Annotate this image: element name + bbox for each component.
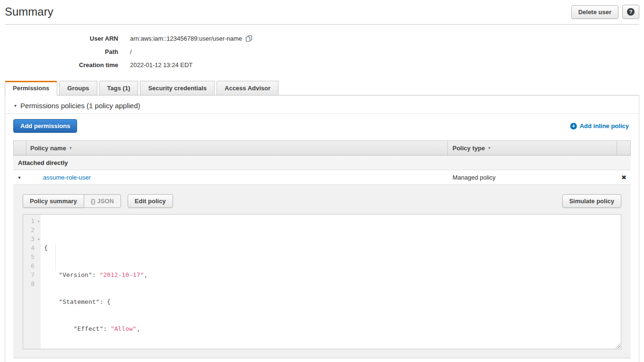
page-title: Summary bbox=[5, 5, 53, 18]
add-inline-policy-link[interactable]: + Add inline policy bbox=[570, 122, 631, 129]
tab-security-credentials[interactable]: Security credentials bbox=[140, 81, 215, 95]
policy-name-column-header[interactable]: Policy name ▾ bbox=[26, 141, 447, 155]
line-number: 2 bbox=[31, 226, 35, 233]
field-label: User ARN bbox=[0, 35, 118, 42]
policy-detail-panel: Policy summary {} JSON Edit policy Simul… bbox=[13, 185, 631, 358]
user-arn-value: arn:aws:iam::123456789:user/user-name bbox=[130, 35, 242, 42]
permissions-panel: ▾ Permissions policies (1 policy applied… bbox=[5, 95, 639, 362]
fold-caret-icon[interactable]: ▾ bbox=[37, 217, 40, 226]
tab-groups[interactable]: Groups bbox=[59, 81, 97, 95]
field-path: Path / bbox=[0, 48, 644, 55]
simulate-policy-button[interactable]: Simulate policy bbox=[562, 194, 621, 208]
header-caret-cell bbox=[14, 141, 26, 155]
policy-table: Policy name ▾ Policy type ▾ Attached dir… bbox=[13, 140, 631, 358]
line-number: 4 bbox=[31, 244, 35, 251]
json-button[interactable]: {} JSON bbox=[84, 194, 121, 208]
field-label: Creation time bbox=[0, 61, 118, 69]
expand-caret-icon: ▾ bbox=[18, 175, 20, 180]
field-value: arn:aws:iam::123456789:user/user-name bbox=[130, 35, 252, 42]
fold-caret-icon[interactable]: ▾ bbox=[37, 235, 40, 244]
sort-caret-icon: ▾ bbox=[488, 146, 491, 150]
header-actions-cell bbox=[617, 141, 630, 155]
section-title: Permissions policies (1 policy applied) bbox=[20, 102, 140, 110]
permissions-toolbar: Add permissions + Add inline policy bbox=[13, 119, 631, 133]
header-actions: Delete user ? bbox=[571, 5, 639, 19]
path-value: / bbox=[130, 48, 132, 55]
add-permissions-button[interactable]: Add permissions bbox=[13, 119, 77, 133]
add-inline-policy-label: Add inline policy bbox=[580, 122, 629, 129]
indent-guide bbox=[55, 243, 56, 270]
policy-summary-button[interactable]: Policy summary bbox=[23, 194, 84, 208]
help-button[interactable]: ? bbox=[622, 5, 639, 19]
tab-access-advisor[interactable]: Access Advisor bbox=[217, 81, 278, 95]
code-line: { bbox=[44, 243, 621, 252]
code-line: "Version": "2012-10-17", bbox=[44, 270, 621, 279]
tab-permissions[interactable]: Permissions bbox=[5, 81, 57, 95]
sort-caret-icon: ▾ bbox=[70, 146, 72, 150]
row-expand-toggle[interactable]: ▾ bbox=[13, 170, 26, 184]
code-line: "Effect": "Allow", bbox=[44, 324, 621, 333]
line-number: 6 bbox=[31, 262, 35, 269]
code-line: "Statement": { bbox=[44, 297, 621, 306]
tab-tags[interactable]: Tags (1) bbox=[99, 81, 139, 95]
line-number: 8 bbox=[31, 280, 35, 287]
policy-detail-toolbar: Policy summary {} JSON Edit policy Simul… bbox=[23, 194, 621, 208]
editor-line-number-gutter: 1▾ 2 3▾ 4 5 6 7 8 bbox=[23, 215, 41, 349]
field-user-arn: User ARN arn:aws:iam::123456789:user/use… bbox=[0, 35, 644, 42]
page-header: Summary Delete user ? bbox=[5, 5, 639, 25]
line-number: 1 bbox=[31, 217, 35, 224]
section-separator bbox=[5, 113, 639, 114]
policy-table-header: Policy name ▾ Policy type ▾ bbox=[13, 140, 631, 155]
policy-name-cell: assume-role-user bbox=[26, 170, 448, 184]
line-number: 3 bbox=[31, 235, 35, 242]
help-icon: ? bbox=[627, 8, 635, 16]
policy-row: ▾ assume-role-user Managed policy ✖ bbox=[13, 170, 631, 185]
field-label: Path bbox=[0, 48, 118, 55]
line-number: 7 bbox=[31, 271, 35, 278]
remove-policy-cell: ✖ bbox=[617, 170, 631, 184]
policy-type-cell: Managed policy bbox=[448, 170, 617, 184]
line-number: 5 bbox=[31, 253, 35, 260]
tab-bar: Permissions Groups Tags (1) Security cre… bbox=[5, 81, 639, 95]
collapse-caret-icon: ▾ bbox=[14, 103, 17, 108]
copy-icon[interactable] bbox=[245, 35, 252, 42]
policy-type-column-header[interactable]: Policy type ▾ bbox=[447, 141, 617, 155]
permissions-policies-section-toggle[interactable]: ▾ Permissions policies (1 policy applied… bbox=[13, 95, 631, 113]
editor-code-area: { "Version": "2012-10-17", "Statement": … bbox=[41, 215, 621, 349]
policy-name-header-label: Policy name bbox=[30, 145, 66, 152]
creation-time-value: 2022-01-12 13:24 EDT bbox=[130, 61, 192, 69]
json-policy-editor[interactable]: 1▾ 2 3▾ 4 5 6 7 8 { "Version": "2012-10-… bbox=[23, 214, 621, 349]
plus-icon: + bbox=[570, 123, 577, 129]
remove-policy-icon[interactable]: ✖ bbox=[621, 174, 627, 181]
delete-user-button[interactable]: Delete user bbox=[571, 5, 618, 19]
field-creation-time: Creation time 2022-01-12 13:24 EDT bbox=[0, 61, 644, 69]
edit-policy-button[interactable]: Edit policy bbox=[128, 194, 173, 208]
summary-fields: User ARN arn:aws:iam::123456789:user/use… bbox=[0, 35, 644, 69]
policy-type-header-label: Policy type bbox=[453, 145, 485, 152]
policy-name-link[interactable]: assume-role-user bbox=[29, 174, 91, 181]
group-row-attached-directly: Attached directly bbox=[13, 155, 631, 170]
